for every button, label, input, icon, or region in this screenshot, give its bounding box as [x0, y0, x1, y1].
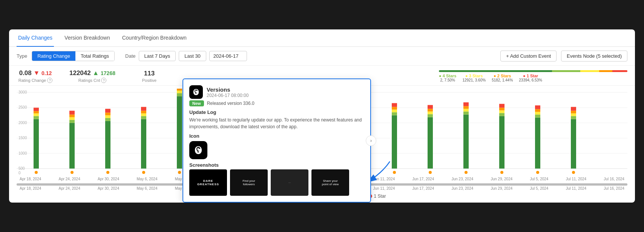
popup-app-icon	[189, 141, 207, 159]
svg-rect-25	[105, 118, 110, 121]
svg-rect-74	[392, 109, 397, 112]
popup-body-text: We're working fast to regularly update o…	[189, 117, 364, 130]
tab-daily-changes[interactable]: Daily Changes	[17, 29, 54, 47]
color-bar-3star	[580, 70, 599, 72]
stat-3stars: ● 3 Stars 12921, 3.60%	[462, 74, 486, 82]
color-bar-5star	[439, 70, 552, 72]
events-node-button[interactable]: Events Node (5 selected)	[561, 51, 627, 61]
tab-bar: Daily Changes Version Breakdown Country/…	[9, 29, 635, 47]
stat-ratings-cnt-value: 122042 ▲ 17268	[69, 69, 115, 77]
svg-point-89	[465, 171, 468, 174]
stat-2stars: ● 2 Stars 5182, 1.44%	[492, 74, 513, 82]
bar-group-12	[428, 105, 433, 174]
svg-point-83	[429, 171, 432, 174]
svg-text:0: 0	[18, 171, 21, 175]
popup-icon-row	[189, 141, 364, 159]
svg-rect-72	[392, 115, 397, 169]
svg-rect-20	[69, 117, 75, 120]
ratings-cnt-info-icon[interactable]: ?	[101, 78, 106, 83]
screenshot-2: Find yourfollowers	[230, 169, 268, 196]
svg-point-35	[142, 171, 145, 174]
popup-update-log-title: Update Log	[189, 109, 364, 115]
popup-title: Versions	[207, 86, 248, 93]
tab-country-region[interactable]: Country/Region Breakdown	[121, 29, 188, 47]
main-window: Daily Changes Version Breakdown Country/…	[9, 29, 635, 203]
add-custom-event-button[interactable]: + Add Custom Event	[500, 51, 557, 61]
star-stats-block: ● 4 Stars 2, 7.50% ● 3 Stars 12921, 3.60…	[439, 70, 627, 82]
screenshot-1: DAREGREATNESS	[189, 169, 227, 196]
stat-rating-change-value: 0.08 ▼ 0.12	[19, 69, 52, 77]
btn-last-7-days[interactable]: Last 7 Days	[139, 51, 176, 61]
date-group: Date Last 7 Days Last 30	[125, 51, 247, 61]
stat-rating-change-label: Rating Change ?	[18, 78, 52, 83]
popup-new-badge: New	[189, 100, 204, 106]
svg-rect-103	[571, 116, 576, 119]
svg-rect-37	[177, 93, 182, 96]
type-label: Type	[17, 53, 27, 59]
svg-point-29	[106, 171, 109, 174]
rating-change-info-icon[interactable]: ?	[47, 78, 52, 83]
tab-version-breakdown[interactable]: Version Breakdown	[63, 29, 112, 47]
bar-group-5	[177, 89, 182, 174]
svg-rect-28	[105, 109, 110, 112]
type-btn-group: Rating Change Total Ratings	[32, 51, 115, 61]
popup-container: Versions 2024-06-17 08:00:00 New Release…	[182, 78, 371, 203]
svg-text:2000: 2000	[18, 121, 27, 125]
stat-ratings-cnt: 122042 ▲ 17268 Ratings Cnt ?	[69, 69, 115, 83]
svg-rect-22	[69, 111, 75, 115]
svg-rect-105	[571, 111, 576, 114]
svg-rect-21	[69, 115, 75, 117]
stat-4stars: ● 4 Stars 2, 7.50%	[439, 74, 456, 82]
svg-point-95	[500, 171, 503, 174]
bar-group-15	[535, 105, 540, 174]
popup-date: 2024-06-17 08:00:00	[207, 93, 248, 98]
svg-rect-102	[571, 119, 576, 169]
svg-rect-100	[535, 105, 540, 109]
btn-total-ratings[interactable]: Total Ratings	[75, 51, 114, 61]
btn-last-30[interactable]: Last 30	[179, 51, 206, 61]
svg-rect-32	[141, 114, 146, 116]
bar-group-3	[105, 109, 110, 174]
star-stats-labels: ● 4 Stars 2, 7.50% ● 3 Stars 12921, 3.60…	[439, 74, 627, 82]
svg-point-17	[35, 171, 38, 174]
svg-text:500: 500	[18, 166, 25, 171]
btn-rating-change[interactable]: Rating Change	[32, 51, 75, 61]
svg-rect-84	[463, 115, 469, 169]
svg-rect-73	[392, 112, 397, 115]
svg-rect-79	[428, 114, 433, 117]
svg-rect-19	[69, 120, 75, 123]
popup-icon-title: Icon	[189, 133, 364, 139]
svg-rect-27	[105, 113, 110, 115]
popup-screenshots-title: Screenshots	[189, 162, 364, 168]
controls-bar: Type Rating Change Total Ratings Date La…	[9, 47, 635, 66]
svg-rect-80	[428, 112, 433, 114]
svg-rect-16	[34, 108, 39, 111]
svg-rect-78	[428, 117, 433, 169]
color-bar	[439, 70, 627, 72]
threads-icon	[189, 85, 203, 99]
svg-rect-81	[428, 109, 433, 111]
color-bar-1star	[612, 70, 627, 72]
svg-text:1000: 1000	[18, 151, 27, 155]
svg-rect-82	[428, 105, 433, 109]
svg-text:3000: 3000	[18, 90, 27, 94]
screenshot-4: Share yourpoint of view	[311, 169, 349, 196]
svg-rect-26	[105, 115, 110, 118]
svg-point-101	[536, 171, 539, 174]
svg-text:1500: 1500	[18, 136, 27, 140]
svg-rect-93	[499, 108, 504, 110]
svg-rect-106	[571, 107, 576, 111]
svg-rect-90	[499, 116, 504, 169]
svg-rect-96	[535, 118, 540, 169]
svg-text:2500: 2500	[18, 105, 27, 109]
svg-point-107	[572, 171, 575, 174]
bar-group-2	[69, 111, 75, 174]
svg-rect-36	[177, 96, 182, 169]
date-input[interactable]	[209, 51, 247, 61]
svg-rect-13	[34, 116, 39, 119]
stat-positive-label: Positive	[142, 78, 157, 83]
color-bar-2star	[599, 70, 612, 72]
popup-next-button[interactable]: ›	[366, 135, 376, 146]
svg-rect-99	[535, 109, 540, 112]
svg-rect-31	[141, 116, 146, 119]
